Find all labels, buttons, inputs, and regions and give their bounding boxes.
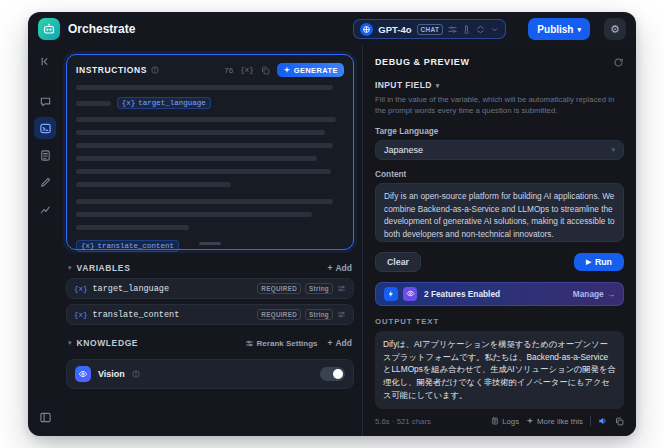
- input-field-description: Fill in the value of the variable, which…: [375, 94, 624, 117]
- vision-label: Vision: [98, 369, 125, 379]
- left-nav-sidebar: [28, 46, 62, 436]
- chevron-down-icon: ▾: [68, 339, 72, 347]
- sliders-icon: [245, 339, 254, 348]
- model-name: GPT-4o: [378, 24, 411, 35]
- target-language-select[interactable]: Japanese ▾: [375, 140, 624, 161]
- vision-eye-icon: [75, 366, 91, 382]
- output-stats: 5.6s · 521 chars: [375, 417, 431, 426]
- debug-preview-panel: DEBUG & PREVIEW INPUT FIELD ▾ Fill in th…: [362, 46, 636, 436]
- model-temperature-icon[interactable]: [462, 25, 471, 34]
- plus-icon: +: [328, 338, 333, 348]
- info-icon: [151, 66, 159, 74]
- variables-section-header[interactable]: ▾ VARIABLES + Add: [66, 263, 354, 273]
- sidebar-item-annotation[interactable]: [34, 171, 56, 193]
- publish-button[interactable]: Publish ▾: [528, 18, 590, 40]
- app-logo-icon: [38, 18, 60, 40]
- logs-button[interactable]: Logs: [491, 417, 519, 426]
- sidebar-item-monitoring[interactable]: [34, 198, 56, 220]
- resize-handle[interactable]: [199, 242, 221, 245]
- content-input[interactable]: Dify is an open-source platform for buil…: [375, 183, 624, 241]
- sidebar-item-chat[interactable]: [34, 90, 56, 112]
- variable-chip-translate-content[interactable]: {x}translate_content: [76, 240, 179, 252]
- arrow-right-icon: →: [607, 289, 615, 299]
- output-text-title: OUTPUT TEXT: [375, 317, 624, 326]
- model-params-icon[interactable]: [448, 25, 457, 34]
- manage-features-button[interactable]: Manage →: [573, 289, 615, 299]
- speaker-icon[interactable]: [598, 416, 608, 426]
- model-provider-icon: [360, 23, 373, 36]
- variables-title: VARIABLES: [77, 263, 131, 273]
- copy-icon[interactable]: [615, 417, 624, 426]
- vision-toggle[interactable]: [320, 367, 345, 381]
- copy-icon[interactable]: [261, 66, 270, 75]
- chevron-down-icon: ▾: [436, 82, 440, 89]
- page-title: Orchestrate: [68, 22, 135, 36]
- instructions-card[interactable]: INSTRUCTIONS 76 {x}: [66, 54, 354, 250]
- info-icon: [132, 370, 140, 378]
- variable-token: {x}: [74, 285, 88, 293]
- feature-vision-icon: [403, 287, 417, 301]
- play-icon: ▶: [586, 258, 591, 266]
- output-meta-row: 5.6s · 521 chars Logs More l: [375, 416, 624, 426]
- debug-actions: Clear ▶ Run: [375, 252, 624, 272]
- top-bar: Orchestrate GPT-4o CHAT: [28, 12, 636, 46]
- variable-chip-target-language[interactable]: {x}target_language: [117, 97, 211, 109]
- variable-settings-icon[interactable]: [337, 284, 346, 293]
- target-language-label: Targe Language: [375, 126, 624, 136]
- variable-row-translate-content[interactable]: {x} translate_content REQUIRED String: [66, 304, 354, 325]
- gear-icon: ⚙: [610, 23, 620, 36]
- char-count: 76: [224, 66, 233, 75]
- model-tokens-icon[interactable]: [476, 25, 485, 34]
- prompt-editor-panel: INSTRUCTIONS 76 {x}: [62, 46, 362, 436]
- debug-title: DEBUG & PREVIEW: [375, 57, 470, 67]
- output-text: Difyは、AIアプリケーションを構築するためのオープンソースプラットフォームで…: [375, 331, 624, 409]
- instructions-header: INSTRUCTIONS 76 {x}: [76, 63, 344, 77]
- chevron-down-icon: ▾: [577, 26, 581, 33]
- required-badge: REQUIRED: [257, 283, 301, 294]
- settings-button[interactable]: ⚙: [604, 18, 626, 40]
- variable-settings-icon[interactable]: [337, 310, 346, 319]
- sparkle-icon: [283, 66, 291, 74]
- features-count-label: 2 Features Enabled: [424, 289, 500, 299]
- model-mode-badge: CHAT: [417, 24, 444, 35]
- debug-header: DEBUG & PREVIEW: [363, 46, 636, 78]
- variable-row-target-language[interactable]: {x} target_language REQUIRED String: [66, 278, 354, 299]
- more-like-this-button[interactable]: More like this: [526, 417, 583, 426]
- main-body: INSTRUCTIONS 76 {x}: [28, 46, 636, 436]
- add-variable-button[interactable]: + Add: [328, 263, 353, 273]
- divider: [590, 416, 591, 426]
- type-badge: String: [305, 283, 333, 294]
- required-badge: REQUIRED: [257, 309, 301, 320]
- sidebar-item-orchestrate[interactable]: [34, 117, 56, 139]
- plus-icon: +: [328, 263, 333, 273]
- collapse-sidebar-icon[interactable]: [34, 50, 56, 72]
- prompt-text-skeleton: {x}target_language {x}translate_content: [76, 85, 344, 252]
- insert-variable-icon[interactable]: {x}: [240, 66, 254, 74]
- chevron-down-icon: ▾: [68, 264, 72, 272]
- input-field-section-header[interactable]: INPUT FIELD ▾: [375, 80, 624, 90]
- generate-button[interactable]: GENERATE: [277, 63, 344, 77]
- model-more-icon[interactable]: [490, 25, 499, 34]
- features-enabled-bar: 2 Features Enabled Manage →: [375, 282, 624, 306]
- sparkle-icon: [526, 417, 534, 425]
- type-badge: String: [305, 309, 333, 320]
- chevron-down-icon: ▾: [611, 146, 615, 153]
- variable-token: {x}: [74, 311, 88, 319]
- add-knowledge-button[interactable]: + Add: [328, 338, 353, 348]
- model-selector[interactable]: GPT-4o CHAT: [353, 19, 506, 39]
- app-window: Orchestrate GPT-4o CHAT: [28, 12, 636, 436]
- content-label: Content: [375, 169, 624, 179]
- sidebar-item-logs[interactable]: [34, 144, 56, 166]
- debug-body: INPUT FIELD ▾ Fill in the value of the v…: [363, 78, 636, 436]
- knowledge-section-header[interactable]: ▾ KNOWLEDGE Rerank Settings + Add: [66, 338, 354, 348]
- instructions-title: INSTRUCTIONS: [76, 65, 147, 75]
- rerank-settings-button[interactable]: Rerank Settings: [245, 339, 318, 348]
- clear-button[interactable]: Clear: [375, 252, 421, 272]
- run-button[interactable]: ▶ Run: [574, 253, 624, 271]
- log-file-icon: [491, 417, 499, 425]
- knowledge-title: KNOWLEDGE: [77, 338, 139, 348]
- feature-citation-icon: [384, 287, 398, 301]
- toggle-panel-icon[interactable]: [34, 406, 56, 428]
- vision-feature-card: Vision: [66, 359, 354, 389]
- refresh-icon[interactable]: [613, 57, 624, 68]
